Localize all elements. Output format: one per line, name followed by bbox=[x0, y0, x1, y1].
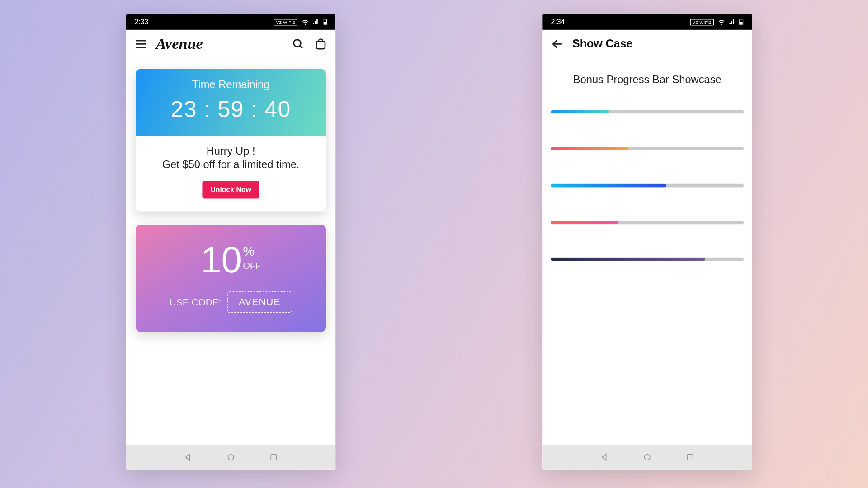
app-title: Avenue bbox=[156, 35, 203, 52]
status-time: 2:34 bbox=[551, 18, 565, 26]
nav-home-icon[interactable] bbox=[226, 452, 236, 462]
promo-off: OFF bbox=[243, 260, 261, 270]
search-icon[interactable] bbox=[290, 36, 306, 52]
svg-rect-12 bbox=[741, 19, 742, 19]
progress-bar bbox=[551, 258, 744, 261]
android-nav-bar bbox=[126, 445, 335, 469]
timer-body: Hurry Up ! Get $50 off for a limited tim… bbox=[136, 136, 326, 211]
promo-percent: % bbox=[243, 244, 255, 259]
status-bar: 2:34 VZ·WIFI2 bbox=[542, 14, 752, 30]
progress-bar-fill bbox=[551, 258, 705, 261]
app-bar: Show Case bbox=[542, 30, 752, 58]
progress-bar-fill bbox=[551, 184, 667, 188]
status-bar: 2:33 VZ·WIFI2 bbox=[126, 14, 335, 30]
back-icon[interactable] bbox=[550, 36, 565, 52]
promo-code-row: USE CODE: AVENUE bbox=[147, 291, 314, 313]
app-bar: Avenue bbox=[126, 30, 335, 58]
nav-recent-icon[interactable] bbox=[685, 452, 695, 462]
svg-point-15 bbox=[645, 455, 650, 460]
svg-rect-8 bbox=[316, 41, 325, 49]
svg-line-7 bbox=[300, 46, 302, 48]
status-icons bbox=[717, 19, 744, 26]
progress-bar bbox=[551, 221, 744, 224]
unlock-button[interactable]: Unlock Now bbox=[202, 181, 259, 198]
wifi-icon bbox=[301, 19, 309, 26]
nav-back-icon[interactable] bbox=[183, 452, 193, 462]
promo-card: 10 % OFF USE CODE: AVENUE bbox=[136, 225, 326, 332]
promo-number: 10 bbox=[201, 241, 242, 278]
nav-back-icon[interactable] bbox=[600, 452, 609, 462]
progress-bar-fill bbox=[551, 221, 618, 224]
signal-icon bbox=[728, 19, 736, 26]
status-icons bbox=[301, 19, 327, 26]
progress-bar-fill bbox=[551, 110, 609, 113]
content-area: Bonus Progress Bar Showcase bbox=[542, 58, 752, 445]
phone-avenue: 2:33 VZ·WIFI2 Avenue bbox=[126, 14, 335, 470]
use-code-label: USE CODE: bbox=[170, 297, 222, 307]
svg-rect-10 bbox=[271, 455, 276, 460]
menu-icon[interactable] bbox=[133, 36, 149, 52]
nav-recent-icon[interactable] bbox=[269, 452, 278, 462]
android-nav-bar bbox=[542, 445, 752, 469]
showcase-title: Bonus Progress Bar Showcase bbox=[551, 74, 744, 86]
timer-label: Time Remaining bbox=[142, 79, 320, 91]
signal-icon bbox=[312, 19, 320, 26]
phone-showcase: 2:34 VZ·WIFI2 Show Case Bonus Progress B… bbox=[542, 14, 752, 470]
progress-bar-fill bbox=[551, 147, 628, 150]
battery-icon bbox=[322, 19, 327, 26]
promo-code[interactable]: AVENUE bbox=[227, 291, 292, 313]
progress-bar bbox=[551, 184, 744, 188]
svg-rect-16 bbox=[687, 455, 693, 460]
promo-amount: 10 % OFF bbox=[147, 241, 314, 278]
svg-rect-1 bbox=[324, 19, 326, 19]
content-area: Time Remaining 23 : 59 : 40 Hurry Up ! G… bbox=[126, 58, 335, 445]
svg-rect-13 bbox=[740, 22, 743, 25]
svg-point-6 bbox=[294, 39, 301, 47]
wifi-badge: VZ·WIFI2 bbox=[274, 19, 297, 25]
bag-icon[interactable] bbox=[313, 36, 328, 52]
wifi-icon bbox=[717, 19, 726, 26]
progress-bar bbox=[551, 110, 744, 113]
hurry-text: Hurry Up ! bbox=[144, 145, 317, 158]
timer-header: Time Remaining 23 : 59 : 40 bbox=[136, 69, 326, 136]
progress-bar bbox=[551, 147, 744, 150]
offer-text: Get $50 off for a limited time. bbox=[144, 159, 317, 171]
battery-icon bbox=[739, 19, 744, 26]
timer-card: Time Remaining 23 : 59 : 40 Hurry Up ! G… bbox=[136, 69, 326, 212]
status-time: 2:33 bbox=[134, 18, 148, 26]
timer-value: 23 : 59 : 40 bbox=[142, 97, 320, 123]
nav-home-icon[interactable] bbox=[642, 452, 652, 462]
svg-point-9 bbox=[228, 455, 233, 460]
wifi-badge: VZ·WIFI2 bbox=[690, 19, 714, 25]
svg-rect-2 bbox=[324, 22, 326, 25]
app-title: Show Case bbox=[572, 37, 632, 50]
progress-bar-list bbox=[551, 110, 744, 261]
